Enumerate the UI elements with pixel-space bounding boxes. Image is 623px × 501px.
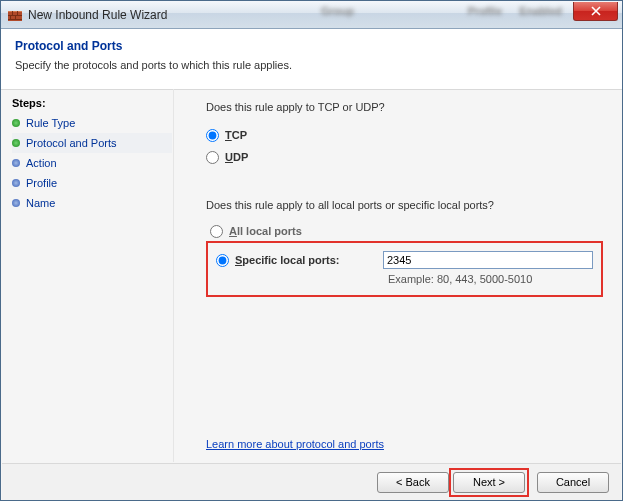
radio-tcp-label[interactable]: TCP [225,129,247,141]
step-bullet-icon [12,199,20,207]
question-ports: Does this rule apply to all local ports … [206,199,603,211]
highlight-next: Next > [449,468,529,497]
bg-blur-2: Profile [468,5,502,17]
step-link[interactable]: Protocol and Ports [26,137,117,149]
wizard-body: Steps: Rule Type Protocol and Ports Acti… [2,89,621,462]
radio-all-ports-label[interactable]: All local ports [229,225,302,237]
radio-specific-ports-row: Specific local ports: [216,251,593,269]
step-protocol-ports[interactable]: Protocol and Ports [12,133,172,153]
step-bullet-icon [12,139,20,147]
wizard-window: New Inbound Rule Wizard Group Profile En… [0,0,623,501]
next-button[interactable]: Next > [453,472,525,493]
step-bullet-icon [12,119,20,127]
radio-udp[interactable] [206,151,219,164]
step-link[interactable]: Name [26,197,55,209]
step-bullet-icon [12,159,20,167]
step-link[interactable]: Profile [26,177,57,189]
radio-all-ports-row: All local ports [210,221,603,241]
page-subtitle: Specify the protocols and ports to which… [15,59,608,71]
content-pane: Does this rule apply to TCP or UDP? TCP … [172,89,621,462]
firewall-icon [7,7,23,23]
close-button[interactable] [573,2,618,21]
radio-udp-row: UDP [206,147,603,167]
learn-more-link[interactable]: Learn more about protocol and ports [206,438,384,450]
back-button[interactable]: < Back [377,472,449,493]
question-protocol: Does this rule apply to TCP or UDP? [206,101,603,113]
svg-rect-4 [12,11,13,15]
radio-all-ports[interactable] [210,225,223,238]
svg-rect-3 [8,19,22,20]
svg-rect-6 [10,15,11,19]
bg-blur-3: Enabled [519,5,562,17]
svg-rect-7 [15,15,16,19]
close-icon [591,6,601,16]
page-title: Protocol and Ports [15,39,608,53]
step-name[interactable]: Name [12,193,172,213]
ports-example: Example: 80, 443, 5000-5010 [388,273,593,285]
radio-specific-ports-label[interactable]: Specific local ports: [235,254,383,266]
radio-tcp[interactable] [206,129,219,142]
title-bar: New Inbound Rule Wizard Group Profile En… [1,1,622,29]
cancel-button[interactable]: Cancel [537,472,609,493]
step-action[interactable]: Action [12,153,172,173]
ports-input[interactable] [383,251,593,269]
learn-more-row: Learn more about protocol and ports [206,438,384,450]
window-title: New Inbound Rule Wizard [28,8,167,22]
steps-sidebar: Steps: Rule Type Protocol and Ports Acti… [2,89,172,462]
steps-heading: Steps: [12,97,172,109]
highlight-specific-ports: Specific local ports: Example: 80, 443, … [206,241,603,297]
radio-tcp-row: TCP [206,125,603,145]
wizard-header: Protocol and Ports Specify the protocols… [1,29,622,90]
bg-blur-1: Group [321,5,354,17]
step-link[interactable]: Action [26,157,57,169]
radio-specific-ports[interactable] [216,254,229,267]
step-rule-type[interactable]: Rule Type [12,113,172,133]
step-bullet-icon [12,179,20,187]
radio-udp-label[interactable]: UDP [225,151,248,163]
svg-rect-1 [8,11,22,12]
svg-rect-5 [17,11,18,15]
step-profile[interactable]: Profile [12,173,172,193]
step-link[interactable]: Rule Type [26,117,75,129]
wizard-footer: < Back Next > Cancel [2,463,621,500]
